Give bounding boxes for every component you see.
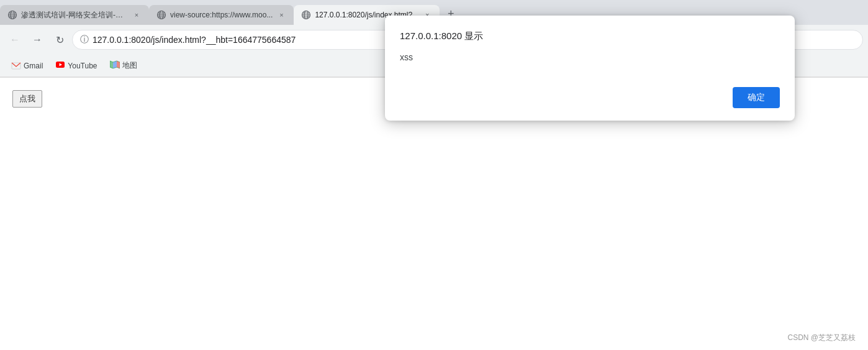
lock-icon: ⓘ	[80, 34, 89, 45]
maps-icon	[110, 60, 120, 71]
gmail-icon	[11, 61, 21, 71]
tab-3-favicon	[301, 10, 311, 20]
watermark: CSDN @芝芝又荔枝	[787, 333, 856, 343]
svg-marker-21	[117, 61, 120, 68]
bookmark-gmail[interactable]: Gmail	[6, 58, 48, 73]
tab-1-favicon	[7, 10, 17, 20]
tab-2[interactable]: view-source:https://www.moo... ×	[149, 5, 294, 25]
tab-1[interactable]: 渗透测试培训-网络安全培训-暗屏... ×	[0, 5, 149, 25]
forward-button[interactable]: →	[27, 30, 47, 50]
bookmark-maps[interactable]: 地图	[105, 57, 142, 74]
dialog-footer: 确定	[400, 87, 780, 108]
tab-2-close[interactable]: ×	[276, 10, 286, 20]
bookmark-gmail-label: Gmail	[24, 62, 43, 70]
bookmark-youtube[interactable]: YouTube	[50, 57, 102, 74]
tab-1-title: 渗透测试培训-网络安全培训-暗屏...	[21, 10, 128, 21]
svg-marker-20	[113, 61, 117, 68]
alert-dialog: 127.0.0.1:8020 显示 xss 确定	[385, 16, 795, 121]
reload-button[interactable]: ↻	[50, 30, 70, 50]
dialog-title: 127.0.0.1:8020 显示	[400, 30, 780, 42]
tab-1-close[interactable]: ×	[132, 10, 142, 20]
bookmark-maps-label: 地图	[122, 60, 137, 71]
tab-2-favicon	[156, 10, 166, 20]
svg-marker-19	[110, 61, 113, 68]
bookmark-youtube-label: YouTube	[68, 62, 97, 70]
url-text: 127.0.0.1:8020/js/index.html?__hbt=16647…	[93, 35, 296, 45]
page-content: 点我 127.0.0.1:8020 显示 xss 确定 CSDN @芝芝又荔枝	[0, 78, 868, 350]
back-button[interactable]: ←	[5, 30, 25, 50]
click-button[interactable]: 点我	[12, 90, 42, 108]
youtube-icon	[55, 60, 65, 71]
dialog-message: xss	[400, 52, 780, 62]
dialog-ok-button[interactable]: 确定	[733, 87, 780, 108]
dialog-overlay: 127.0.0.1:8020 显示 xss 确定	[0, 78, 868, 350]
tab-2-title: view-source:https://www.moo...	[170, 11, 273, 19]
